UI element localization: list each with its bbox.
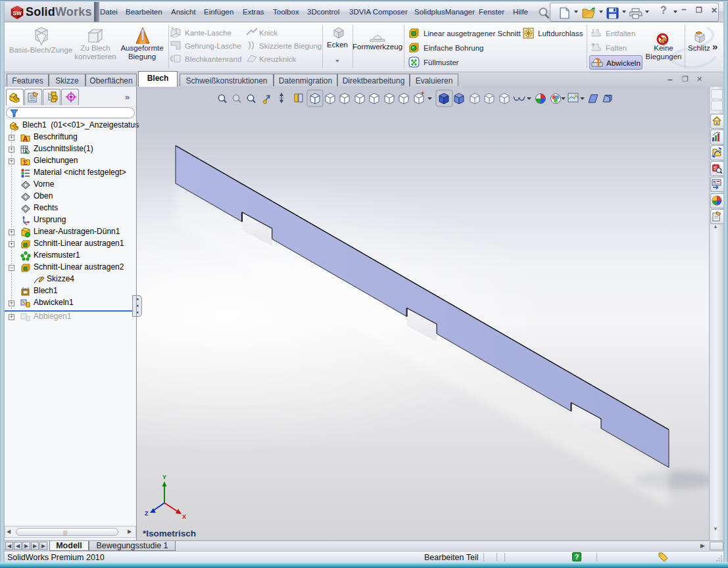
svg-text:Y: Y <box>162 474 166 481</box>
svg-text:SW: SW <box>13 11 22 16</box>
svg-text:A: A <box>23 135 28 143</box>
svg-text:+: + <box>421 90 424 97</box>
svg-text:X: X <box>182 513 186 520</box>
svg-text:Σ: Σ <box>23 159 28 166</box>
svg-text:Z: Z <box>145 510 149 517</box>
